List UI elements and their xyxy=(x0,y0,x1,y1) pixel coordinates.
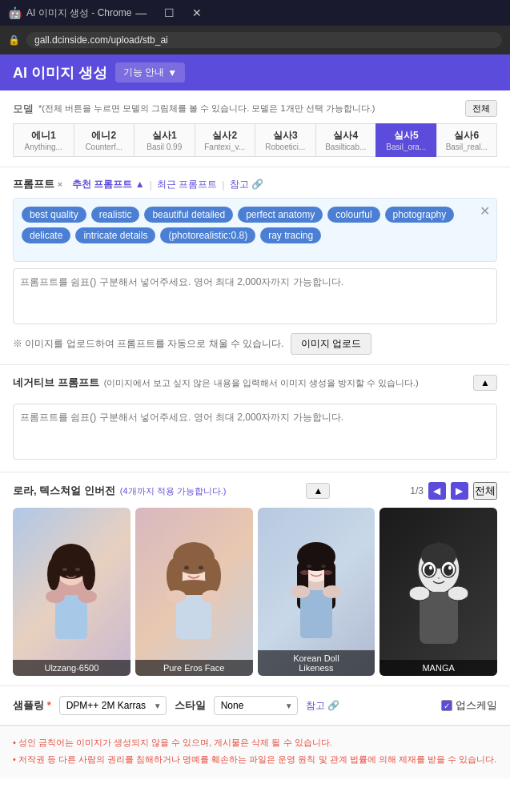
lora-controls: 1/3 ◀ ▶ 전체 xyxy=(410,482,497,500)
upload-note: ※ 이미지를 업로드하여 프롬프트를 자동으로 채울 수 있습니다. xyxy=(13,337,284,351)
address-bar: 🔒 gall.dcinside.com/upload/stb_ai xyxy=(0,26,510,54)
close-button[interactable]: ✕ xyxy=(188,5,206,21)
model-tab-real5[interactable]: 실사5 Basil_ora... xyxy=(375,123,436,157)
prompt-header: 프롬프트 × 추천 프롬프트 ▲ | 최근 프롬프트 | 참고 🔗 xyxy=(13,177,497,191)
sampling-row: 샘플링 * DPM++ 2M Karras Euler a DPM++ SDE … xyxy=(13,696,497,715)
lora-next-button[interactable]: ▶ xyxy=(451,482,468,500)
app-title: AI 이미지 생성 xyxy=(13,63,107,82)
lora-card-pure-eros-label: Pure Eros Face xyxy=(135,660,253,676)
lock-icon: 🔒 xyxy=(8,34,20,46)
model-tab-ani1[interactable]: 에니1 Anything... xyxy=(13,123,74,157)
model-tab-ani2[interactable]: 에니2 Counterf... xyxy=(74,123,135,157)
prompt-section: 프롬프트 × 추천 프롬프트 ▲ | 최근 프롬프트 | 참고 🔗 ✕ best… xyxy=(0,167,510,365)
svg-point-26 xyxy=(307,565,311,568)
model-note: *(전체 버튼을 누르면 모델의 그림체를 볼 수 있습니다. 모델은 1개만 … xyxy=(38,103,375,115)
svg-point-9 xyxy=(78,590,97,603)
lora-expand-button[interactable]: ▲ xyxy=(306,483,330,499)
prompt-textarea-wrap xyxy=(13,262,497,327)
sampling-section: 샘플링 * DPM++ 2M Karras Euler a DPM++ SDE … xyxy=(0,686,510,726)
tag-colourful[interactable]: colourful xyxy=(327,207,379,223)
upload-row: ※ 이미지를 업로드하여 프롬프트를 자동으로 채울 수 있습니다. 이미지 업… xyxy=(13,333,497,355)
app-icon: 🤖 xyxy=(8,6,22,19)
prompt-textarea[interactable] xyxy=(13,268,497,324)
upscale-checkbox[interactable]: ✓ xyxy=(441,700,452,711)
svg-point-16 xyxy=(184,566,189,570)
negative-header: 네거티브 프롬프트 (이미지에서 보고 싶지 않은 내용을 입력해서 이미지 생… xyxy=(13,375,497,391)
main-content: AI 이미지 생성 기능 안내 ▼ 모델 *(전체 버튼을 누르면 모델의 그림… xyxy=(0,54,510,812)
lora-card-pure-eros[interactable]: Pure Eros Face xyxy=(135,508,253,676)
tab-recommended-prompt[interactable]: 추천 프롬프트 ▲ xyxy=(72,178,145,191)
negative-textarea[interactable] xyxy=(13,404,497,460)
svg-point-19 xyxy=(167,590,186,603)
address-input[interactable]: gall.dcinside.com/upload/stb_ai xyxy=(26,32,502,48)
svg-point-45 xyxy=(409,586,430,601)
model-tab-real6[interactable]: 실사6 Basil_real... xyxy=(436,123,498,157)
tag-realistic[interactable]: realistic xyxy=(91,207,140,223)
tab-real5-name: 실사5 xyxy=(379,129,433,143)
svg-point-28 xyxy=(300,570,310,575)
lora-all-button[interactable]: 전체 xyxy=(473,482,497,500)
lora-card-korean-doll[interactable]: Korean DollLikeness xyxy=(258,508,375,676)
prompt-x: × xyxy=(58,179,62,189)
model-label: 모델 *(전체 버튼을 누르면 모델의 그림체를 볼 수 있습니다. 모델은 1… xyxy=(13,100,497,117)
lora-card-manga[interactable]: MANGA xyxy=(379,508,497,676)
svg-point-20 xyxy=(202,590,221,603)
model-all-button[interactable]: 전체 xyxy=(465,100,497,117)
lora-card-pure-eros-img xyxy=(135,508,253,676)
svg-point-31 xyxy=(291,585,310,598)
sampling-select-wrap: DPM++ 2M Karras Euler a DPM++ SDE DDIM ▼ xyxy=(59,696,167,715)
tab-ani1-sub: Anything... xyxy=(17,143,70,151)
svg-point-40 xyxy=(424,565,434,576)
tag-beautiful-detailed[interactable]: beautiful detailed xyxy=(144,207,233,223)
svg-point-3 xyxy=(47,558,60,590)
tag-delicate[interactable]: delicate xyxy=(22,227,70,243)
svg-point-41 xyxy=(444,565,453,576)
title-bar: 🤖 AI 이미지 생성 - Chrome — ☐ ✕ xyxy=(0,0,510,26)
tab-real6-name: 실사6 xyxy=(440,129,494,143)
tag-ray-tracing[interactable]: ray tracing xyxy=(260,227,321,243)
negative-note: (이미지에서 보고 싶지 않은 내용을 입력해서 이미지 생성을 방지할 수 있… xyxy=(104,377,419,389)
lora-prev-button[interactable]: ◀ xyxy=(428,482,446,500)
lora-card-ulzzang[interactable]: Ulzzang-6500 xyxy=(13,508,131,676)
guide-button[interactable]: 기능 안내 ▼ xyxy=(115,62,185,82)
upload-button[interactable]: 이미지 업로드 xyxy=(291,333,371,355)
tab-ani1-name: 에니1 xyxy=(17,129,70,143)
warning-item-2: 저작권 등 다른 사람의 권리를 침해하거나 명예를 훼손하는 파일은 운영 원… xyxy=(13,753,497,766)
chevron-down-icon: ▼ xyxy=(167,67,177,78)
tag-perfect-anatomy[interactable]: perfect anatomy xyxy=(238,207,323,223)
svg-point-6 xyxy=(75,568,80,571)
model-tab-real4[interactable]: 실사4 Basilticab... xyxy=(315,123,376,157)
lora-card-ulzzang-img xyxy=(13,508,131,676)
tab-real1-sub: Basil 0.99 xyxy=(138,143,191,151)
model-tab-real2[interactable]: 실사2 Fantexi_v... xyxy=(195,123,255,157)
style-reference-link[interactable]: 참고 🔗 xyxy=(306,699,339,713)
svg-point-27 xyxy=(321,565,326,568)
tag-photography[interactable]: photography xyxy=(385,207,455,223)
negative-label: 네거티브 프롬프트 xyxy=(13,376,99,390)
upscale-label: 업스케일 xyxy=(456,698,497,713)
style-select[interactable]: None Anime Photographic Digital Art xyxy=(214,696,298,715)
tab-real3-name: 실사3 xyxy=(259,129,312,143)
lora-title: 로라, 텍스쳐얼 인버전 xyxy=(13,484,115,498)
tab-real3-sub: Roboetici... xyxy=(259,143,312,151)
model-label-text: 모델 xyxy=(13,102,34,116)
svg-point-29 xyxy=(323,570,332,575)
tab-reference[interactable]: 참고 🔗 xyxy=(230,178,263,191)
tab-recent-prompt[interactable]: 최근 프롬프트 xyxy=(157,178,217,191)
tag-intricate-details[interactable]: intricate details xyxy=(75,227,155,243)
svg-point-17 xyxy=(199,566,203,570)
app-header: AI 이미지 생성 기능 안내 ▼ xyxy=(0,54,510,90)
maximize-button[interactable]: ☐ xyxy=(160,5,179,21)
tab-real4-name: 실사4 xyxy=(319,129,373,143)
sampling-required: * xyxy=(47,699,51,711)
model-tab-real1[interactable]: 실사1 Basil 0.99 xyxy=(134,123,195,157)
sampling-select[interactable]: DPM++ 2M Karras Euler a DPM++ SDE DDIM xyxy=(59,696,167,715)
warning-item-1: 성인 금칙어는 이미지가 생성되지 않을 수 있으며, 게시물은 삭제 될 수 … xyxy=(13,736,497,750)
negative-expand-button[interactable]: ▲ xyxy=(473,375,497,391)
model-tab-real3[interactable]: 실사3 Roboetici... xyxy=(255,123,315,157)
tags-close-button[interactable]: ✕ xyxy=(480,203,490,219)
lora-card-manga-label: MANGA xyxy=(379,660,497,676)
minimize-button[interactable]: — xyxy=(131,5,151,21)
tag-photorealistic[interactable]: (photorealistic:0.8) xyxy=(160,227,255,243)
tag-best-quality[interactable]: best quality xyxy=(22,207,86,223)
